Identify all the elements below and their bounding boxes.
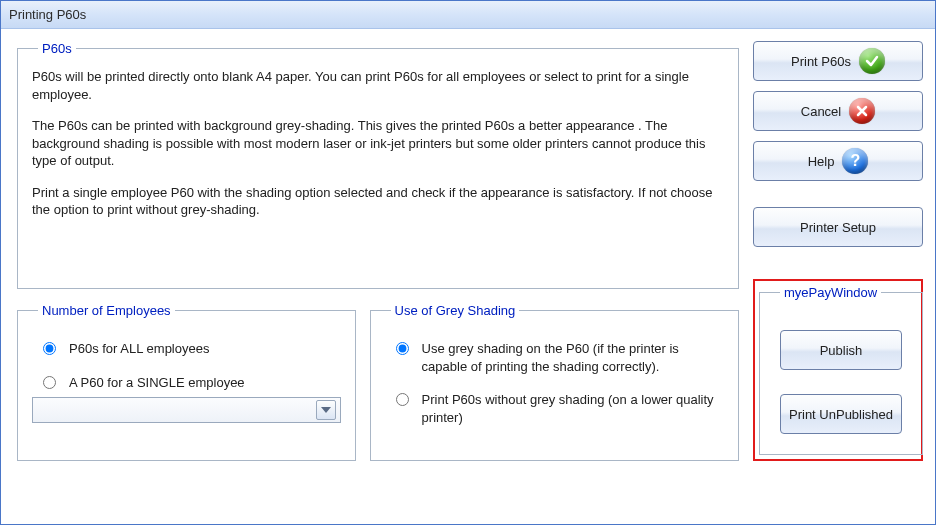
print-p60s-label: Print P60s [791,54,851,69]
radio-no-shading-label: Print P60s without grey shading (on a lo… [422,391,724,426]
shading-group: Use of Grey Shading Use grey shading on … [370,303,739,461]
publish-label: Publish [820,343,863,358]
radio-single-employee-input[interactable] [43,376,56,389]
shading-legend: Use of Grey Shading [391,303,520,318]
radio-all-employees[interactable]: P60s for ALL employees [38,340,341,358]
close-icon [849,98,875,124]
radio-use-shading-label: Use grey shading on the P60 (if the prin… [422,340,724,375]
p60s-para3: Print a single employee P60 with the sha… [32,184,724,219]
help-label: Help [808,154,835,169]
employee-combo[interactable] [32,397,341,423]
myepay-highlight: myePayWindow Publish Print UnPublished [753,279,923,461]
cancel-label: Cancel [801,104,841,119]
print-unpublished-button[interactable]: Print UnPublished [780,394,902,434]
radio-use-shading-input[interactable] [396,342,409,355]
employees-legend: Number of Employees [38,303,175,318]
radio-no-shading-input[interactable] [396,393,409,406]
employees-group: Number of Employees P60s for ALL employe… [17,303,356,461]
help-button[interactable]: Help ? [753,141,923,181]
window: Printing P60s P60s P60s will be printed … [0,0,936,525]
publish-button[interactable]: Publish [780,330,902,370]
p60s-group: P60s P60s will be printed directly onto … [17,41,739,289]
p60s-legend: P60s [38,41,76,56]
printer-setup-button[interactable]: Printer Setup [753,207,923,247]
radio-single-employee[interactable]: A P60 for a SINGLE employee [38,374,341,392]
radio-all-employees-input[interactable] [43,342,56,355]
checkmark-icon [859,48,885,74]
print-unpublished-label: Print UnPublished [789,407,893,422]
print-p60s-button[interactable]: Print P60s [753,41,923,81]
cancel-button[interactable]: Cancel [753,91,923,131]
chevron-down-icon[interactable] [316,400,336,420]
question-icon: ? [842,148,868,174]
radio-no-shading[interactable]: Print P60s without grey shading (on a lo… [391,391,724,426]
radio-single-employee-label: A P60 for a SINGLE employee [69,374,245,392]
radio-all-employees-label: P60s for ALL employees [69,340,209,358]
p60s-para2: The P60s can be printed with background … [32,117,724,170]
window-title: Printing P60s [9,7,86,22]
radio-use-shading[interactable]: Use grey shading on the P60 (if the prin… [391,340,724,375]
myepay-legend: myePayWindow [780,285,881,300]
myepay-group: myePayWindow Publish Print UnPublished [759,285,923,455]
titlebar: Printing P60s [1,1,935,29]
content-area: P60s P60s will be printed directly onto … [1,29,935,524]
p60s-para1: P60s will be printed directly onto blank… [32,68,724,103]
printer-setup-label: Printer Setup [800,220,876,235]
